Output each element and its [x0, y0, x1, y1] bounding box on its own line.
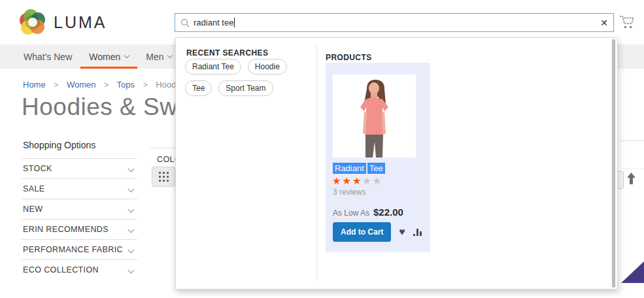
add-to-cart-button[interactable]: Add to Cart — [333, 222, 391, 242]
product-image[interactable] — [333, 74, 416, 157]
toolbar-divider — [150, 148, 175, 148]
chevron-down-icon — [167, 53, 173, 58]
highlighted-word: Tee — [367, 163, 385, 174]
sort-direction-button[interactable] — [626, 172, 637, 186]
content-divider — [620, 141, 644, 141]
text-cursor — [234, 18, 235, 27]
wishlist-heart-icon[interactable]: ♥ — [399, 227, 405, 237]
filter-new[interactable]: NEW — [22, 199, 137, 219]
breadcrumb-home[interactable]: Home — [23, 80, 46, 90]
breadcrumb-separator: > — [54, 80, 58, 90]
breadcrumb-separator: > — [143, 80, 148, 90]
price-label: As Low As — [333, 208, 369, 218]
nav-item-women[interactable]: Women — [80, 44, 137, 69]
search-input[interactable]: radiant tee ✕ — [175, 13, 614, 32]
chevron-down-icon — [128, 165, 135, 172]
star-empty-icon — [362, 175, 372, 186]
search-icon — [180, 18, 190, 27]
highlighted-word: Radiant — [333, 163, 366, 174]
search-autocomplete-dropdown: RECENT SEARCHES Radiant Tee Hoodie Tee S… — [175, 37, 618, 290]
chevron-down-icon — [128, 246, 135, 253]
filter-label: NEW — [23, 205, 42, 214]
dropdown-column-divider — [316, 46, 317, 281]
filter-eco-collection[interactable]: ECO COLLECTION — [22, 259, 137, 280]
search-query-text: radiant tee — [194, 18, 233, 27]
luma-logo[interactable]: LUMA — [20, 9, 107, 35]
filter-performance-fabric[interactable]: PERFORMANCE FABRIC — [22, 239, 137, 259]
filter-label: SALE — [23, 184, 45, 193]
star-filled-icon — [342, 175, 352, 186]
shopping-options-heading: Shopping Options — [23, 140, 95, 150]
nav-label: What's New — [24, 52, 72, 62]
chevron-down-icon — [128, 206, 135, 212]
nav-item-whats-new[interactable]: What's New — [15, 44, 80, 69]
nav-label: Men — [146, 52, 163, 62]
nav-item-men[interactable]: Men — [137, 44, 180, 69]
breadcrumb-separator: > — [104, 80, 109, 90]
grid-view-button[interactable] — [152, 167, 175, 187]
breadcrumb-women[interactable]: Women — [67, 80, 96, 90]
luma-logo-icon — [20, 9, 46, 35]
recent-search-pill[interactable]: Sport Team — [218, 80, 273, 96]
product-actions: Add to Cart ♥ — [333, 222, 422, 242]
grid-icon — [159, 172, 169, 182]
star-filled-icon — [332, 175, 342, 186]
chevron-down-icon — [128, 186, 135, 192]
compare-bar — [413, 234, 415, 236]
dropdown-scrollbar-thumb[interactable] — [612, 39, 615, 288]
product-name[interactable]: RadiantTee — [333, 163, 386, 173]
star-filled-icon — [352, 175, 362, 186]
background-product-image-corner — [621, 261, 644, 283]
filter-label: ERIN RECOMMENDS — [23, 225, 109, 234]
star-empty-icon — [373, 175, 382, 186]
compare-bar — [420, 231, 422, 236]
clear-search-icon[interactable]: ✕ — [600, 18, 608, 27]
filter-list: STOCK SALE NEW ERIN RECOMMENDS PERFORMAN… — [22, 158, 137, 280]
radiant-tee-photo — [333, 74, 416, 157]
logo-circle-core — [28, 18, 37, 27]
chevron-down-icon — [128, 267, 135, 273]
recent-search-pill[interactable]: Radiant Tee — [185, 59, 241, 74]
breadcrumb-tops[interactable]: Tops — [117, 80, 135, 90]
compare-bars-icon[interactable] — [413, 229, 422, 236]
filter-erin-recommends[interactable]: ERIN RECOMMENDS — [22, 219, 137, 239]
cart-icon[interactable] — [619, 14, 637, 31]
filter-label: STOCK — [23, 164, 52, 173]
filter-sale[interactable]: SALE — [22, 178, 137, 199]
price-value: $22.00 — [373, 207, 403, 218]
recent-searches-heading: RECENT SEARCHES — [186, 48, 268, 58]
arrow-up-icon — [626, 172, 636, 185]
toolbar-top-border — [622, 169, 644, 169]
brand-name: LUMA — [54, 13, 107, 32]
filter-label: PERFORMANCE FABRIC — [23, 245, 123, 254]
filter-stock[interactable]: STOCK — [22, 158, 137, 178]
recent-search-pill[interactable]: Hoodie — [248, 59, 287, 74]
recent-search-pill[interactable]: Tee — [185, 80, 212, 96]
products-heading: PRODUCTS — [326, 53, 372, 62]
rating-stars — [332, 175, 382, 187]
filter-label: ECO COLLECTION — [23, 265, 99, 274]
dropdown-scrollbar-track[interactable] — [611, 39, 616, 288]
chevron-down-icon — [128, 226, 135, 233]
recent-searches-list: Radiant Tee Hoodie Tee Sport Team — [185, 59, 320, 96]
nav-label: Women — [89, 52, 120, 62]
product-card-radiant-tee[interactable]: RadiantTee 3 reviews As Low As $22.00 Ad… — [326, 63, 430, 252]
price-row: As Low As $22.00 — [333, 207, 403, 218]
reviews-link[interactable]: 3 reviews — [333, 188, 366, 197]
compare-bar — [416, 229, 418, 236]
chevron-down-icon — [124, 53, 129, 58]
